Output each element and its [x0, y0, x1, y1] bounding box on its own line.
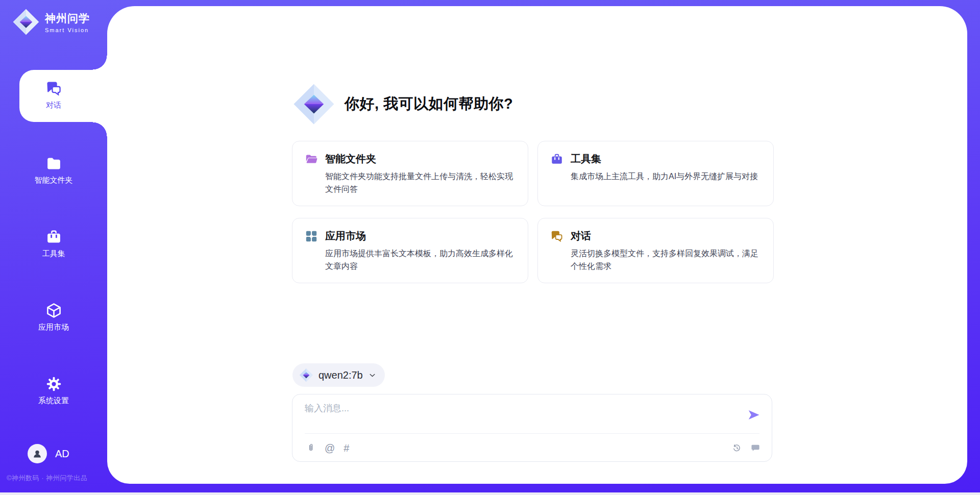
sidebar-item-smart-folder[interactable]: 智能文件夹	[0, 155, 107, 185]
sidebar-item-settings[interactable]: 系统设置	[0, 376, 107, 406]
card-description: 灵活切换多模型文件，支持多样回复效果调试，满足个性化需求	[550, 247, 761, 273]
card-description: 集成市场上主流工具，助力AI与外界无缝扩展与对接	[550, 170, 761, 183]
sidebar-item-label: 对话	[46, 101, 61, 110]
sidebar-item-label: 工具集	[42, 249, 65, 259]
card-toolset[interactable]: 工具集 集成市场上主流工具，助力AI与外界无缝扩展与对接	[537, 141, 774, 206]
card-app-market[interactable]: 应用市场 应用市场提供丰富长文本模板，助力高效生成多样化文章内容	[292, 218, 528, 283]
chat-bubble-icon	[750, 443, 761, 453]
history-icon	[732, 443, 742, 453]
gear-icon	[45, 376, 62, 392]
chat-icon	[45, 80, 62, 97]
main-panel: 你好, 我可以如何帮助你? 智能文件夹 智能文件夹功能支持批量文件上传与清洗，轻…	[107, 6, 967, 484]
history-button[interactable]	[732, 443, 742, 453]
mention-button[interactable]: @	[325, 443, 335, 453]
send-button[interactable]	[747, 408, 761, 422]
model-name: qwen2:7b	[318, 369, 363, 381]
sidebar-item-label: 智能文件夹	[35, 176, 73, 185]
card-smart-folder[interactable]: 智能文件夹 智能文件夹功能支持批量文件上传与清洗，轻松实现文件问答	[292, 141, 528, 206]
card-description: 应用市场提供丰富长文本模板，助力高效生成多样化文章内容	[305, 247, 516, 273]
copyright-footer: ©神州数码 · 神州问学出品	[7, 474, 87, 483]
sidebar: 神州问学 Smart Vision 对话 智能文件夹 工具集 应用市场	[0, 0, 107, 495]
composer-toolbar: @ #	[306, 438, 761, 458]
greeting-text: 你好, 我可以如何帮助你?	[345, 94, 513, 114]
feature-cards: 智能文件夹 智能文件夹功能支持批量文件上传与清洗，轻松实现文件问答 工具集 集成…	[292, 141, 774, 283]
card-title: 应用市场	[325, 229, 366, 243]
brand-diamond-icon	[12, 8, 40, 36]
message-input[interactable]	[305, 402, 744, 430]
cube-icon	[45, 302, 62, 319]
attach-file-button[interactable]	[306, 443, 316, 453]
sidebar-item-label: 应用市场	[38, 323, 69, 332]
person-icon	[31, 448, 43, 460]
brand-subtitle: Smart Vision	[45, 27, 90, 33]
card-title: 对话	[571, 229, 591, 243]
folder-open-icon	[305, 153, 318, 166]
sidebar-item-label: 系统设置	[38, 396, 69, 406]
sidebar-item-toolset[interactable]: 工具集	[0, 229, 107, 259]
chat-icon	[550, 230, 564, 243]
card-title: 工具集	[571, 152, 601, 166]
brand-logo: 神州问学 Smart Vision	[12, 8, 90, 36]
sidebar-item-chat[interactable]: 对话	[0, 80, 107, 110]
grid-icon	[305, 230, 318, 243]
greeting: 你好, 我可以如何帮助你?	[292, 83, 513, 126]
brand-name: 神州问学	[45, 11, 90, 26]
new-chat-button[interactable]	[750, 443, 761, 453]
user-profile[interactable]: AD	[28, 444, 69, 463]
active-tab-curve-top	[93, 56, 107, 70]
send-icon	[747, 408, 761, 422]
paperclip-icon	[306, 443, 316, 453]
assistant-diamond-icon	[292, 83, 335, 126]
composer-divider	[305, 433, 760, 434]
folder-icon	[45, 155, 62, 172]
card-title: 智能文件夹	[325, 152, 376, 166]
briefcase-icon	[550, 153, 564, 166]
chevron-down-icon	[368, 371, 377, 380]
hashtag-button[interactable]: #	[344, 443, 349, 453]
active-tab-curve-bottom	[93, 122, 107, 136]
card-description: 智能文件夹功能支持批量文件上传与清洗，轻松实现文件问答	[305, 170, 516, 196]
model-selector[interactable]: qwen2:7b	[292, 363, 385, 387]
message-composer: @ #	[292, 394, 772, 462]
page-bottom-strip	[0, 492, 980, 495]
sidebar-item-app-market[interactable]: 应用市场	[0, 302, 107, 332]
card-chat[interactable]: 对话 灵活切换多模型文件，支持多样回复效果调试，满足个性化需求	[537, 218, 774, 283]
briefcase-icon	[45, 229, 62, 245]
avatar	[28, 444, 47, 463]
user-name: AD	[55, 448, 69, 460]
model-diamond-icon	[299, 368, 313, 382]
